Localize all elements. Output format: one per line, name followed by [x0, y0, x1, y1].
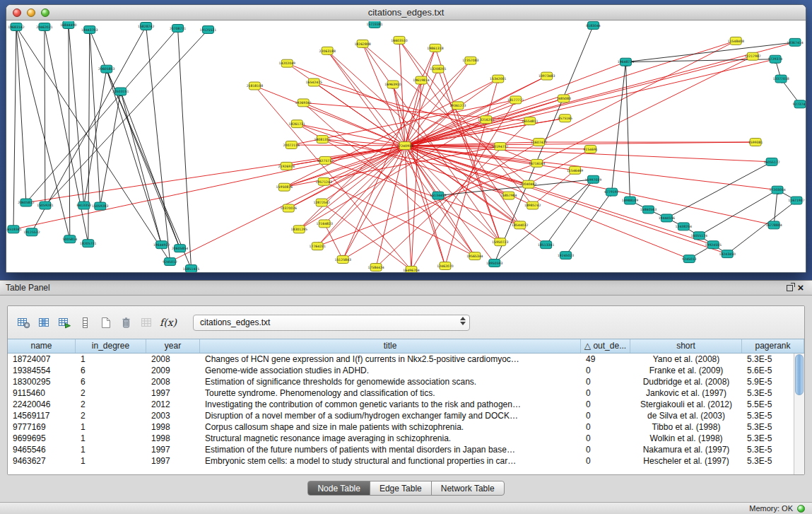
svg-text:9245013: 9245013 — [682, 257, 697, 261]
svg-text:20708731: 20708731 — [170, 27, 186, 30]
svg-text:18243450: 18243450 — [719, 252, 736, 256]
svg-text:15125843: 15125843 — [334, 258, 351, 262]
cell-name: 14569117 — [8, 410, 76, 421]
cell-title: Embryonic stem cells: a model to study s… — [200, 455, 581, 467]
cell-out_degree: 0 — [581, 433, 630, 444]
minimize-button[interactable] — [27, 8, 35, 17]
svg-text:6779197: 6779197 — [604, 190, 619, 194]
table-row[interactable]: 969969511998Structural magnetic resonanc… — [8, 433, 804, 444]
rename-column-icon[interactable] — [139, 315, 153, 330]
svg-text:7485083: 7485083 — [556, 97, 571, 100]
svg-text:19861318: 19861318 — [427, 47, 443, 50]
table-panel-header: Table Panel × — [0, 280, 812, 296]
network-table-select-value: citations_edges.txt — [200, 317, 270, 327]
svg-text:15950723: 15950723 — [492, 240, 508, 244]
cell-name: 18300295 — [8, 376, 76, 387]
svg-text:9575165: 9575165 — [558, 117, 572, 120]
cell-out_degree: 0 — [581, 444, 630, 455]
row-height-icon[interactable] — [78, 315, 92, 330]
svg-text:22040462: 22040462 — [520, 182, 536, 186]
svg-text:13216251: 13216251 — [478, 118, 494, 122]
zoom-button[interactable] — [41, 8, 49, 17]
table-row[interactable]: 1938455462009Genome-wide association stu… — [8, 365, 804, 376]
cell-title: Estimation of significance thresholds fo… — [200, 376, 581, 387]
cell-title: Genome-wide association studies in ADHD. — [200, 365, 581, 376]
table-row[interactable]: 946362711997Embryonic stem cells: a mode… — [8, 455, 804, 467]
network-window-titlebar[interactable]: citations_edges.txt — [6, 5, 806, 21]
svg-text:16963910: 16963910 — [384, 83, 401, 86]
network-view[interactable]: 1968314220462021168444901844370315828742… — [6, 21, 806, 272]
column-header-name[interactable]: name — [8, 339, 76, 353]
new-column-icon[interactable] — [98, 315, 112, 330]
svg-text:15828742: 15828742 — [138, 25, 154, 28]
table-row[interactable]: 1830029562008Estimation of significance … — [8, 376, 804, 387]
table-row[interactable]: 2242004622012Investigating the contribut… — [8, 399, 804, 410]
svg-text:18443703: 18443703 — [81, 28, 98, 32]
column-header-title[interactable]: title — [200, 339, 581, 353]
cell-title: Structural magnetic resonance image aver… — [200, 433, 581, 444]
svg-text:9245012: 9245012 — [163, 260, 177, 264]
cell-in_degree: 2 — [76, 399, 146, 410]
cell-short: Stergiakouli et al. (2012) — [630, 399, 742, 410]
svg-text:16542475: 16542475 — [306, 81, 322, 84]
svg-text:16603510: 16603510 — [391, 39, 407, 42]
tab-node-table[interactable]: Node Table — [307, 481, 370, 496]
cell-out_degree: 0 — [581, 410, 630, 421]
svg-text:16518341: 16518341 — [6, 228, 22, 231]
window-controls — [13, 8, 49, 17]
svg-text:16055177: 16055177 — [763, 160, 779, 164]
table-row[interactable]: 946554611997Estimation of the future num… — [8, 444, 804, 455]
column-header-out_degree[interactable]: △ out_de... — [581, 339, 630, 353]
scrollbar-thumb[interactable] — [795, 354, 804, 395]
svg-text:12438254: 12438254 — [676, 225, 692, 228]
svg-text:19648724: 19648724 — [618, 60, 634, 64]
table-panel: f(x) citations_edges.txt namein_degreeye… — [0, 296, 812, 502]
cell-in_degree: 1 — [76, 455, 146, 467]
close-panel-icon[interactable]: × — [795, 282, 806, 293]
table-row[interactable]: 977716911998Corpus callosum shape and si… — [8, 421, 804, 433]
table-row[interactable]: 911546021997Tourette syndrome. Phenomeno… — [8, 387, 804, 399]
table-row[interactable]: 1456911722003Disruption of a novel membe… — [8, 410, 804, 421]
svg-text:17764231: 17764231 — [310, 245, 326, 248]
cell-short: Wolkin et al. (1998) — [630, 433, 742, 444]
cell-in_degree: 2 — [76, 410, 146, 421]
cell-year: 1997 — [146, 387, 200, 399]
svg-text:21926974: 21926974 — [278, 165, 295, 168]
vertical-scrollbar[interactable] — [794, 354, 804, 474]
cell-year: 2008 — [146, 376, 200, 387]
svg-text:12872542: 12872542 — [314, 201, 330, 204]
tab-network-table[interactable]: Network Table — [431, 481, 505, 496]
svg-text:10194737: 10194737 — [492, 145, 508, 148]
cell-name: 9777169 — [8, 421, 76, 433]
import-table-icon[interactable] — [57, 315, 71, 330]
citation-network-graph[interactable]: 1968314220462021168444901844370315828742… — [6, 21, 806, 272]
svg-text:21818108: 21818108 — [247, 84, 263, 88]
close-button[interactable] — [13, 8, 21, 17]
table-mode-icon[interactable] — [16, 315, 30, 330]
svg-text:18513341: 18513341 — [538, 243, 554, 247]
table-row[interactable]: 1872400712008Changes of HCN gene express… — [8, 354, 804, 365]
tab-edge-table[interactable]: Edge Table — [370, 481, 432, 496]
show-columns-icon[interactable] — [37, 315, 51, 330]
svg-text:8413353: 8413353 — [77, 204, 92, 207]
svg-text:19361273: 19361273 — [449, 104, 466, 107]
delete-column-icon[interactable] — [119, 315, 133, 330]
svg-text:19245023: 19245023 — [558, 254, 574, 257]
svg-text:9273741: 9273741 — [793, 103, 806, 106]
network-table-select[interactable]: citations_edges.txt — [193, 315, 470, 331]
cell-in_degree: 1 — [76, 444, 146, 455]
float-panel-icon[interactable] — [784, 282, 795, 293]
column-header-year[interactable]: year — [146, 339, 200, 353]
svg-text:19125532: 19125532 — [23, 230, 40, 234]
column-header-in_degree[interactable]: in_degree — [76, 339, 146, 353]
column-header-pagerank[interactable]: pagerank — [742, 339, 804, 353]
svg-text:16716164: 16716164 — [529, 162, 545, 165]
memory-status-label: Memory: OK — [749, 504, 793, 513]
svg-text:20072116: 20072116 — [283, 144, 300, 147]
svg-text:18081351: 18081351 — [314, 138, 331, 141]
function-builder-icon[interactable]: f(x) — [160, 315, 177, 330]
svg-text:15857984: 15857984 — [500, 194, 517, 197]
column-header-short[interactable]: short — [630, 339, 742, 353]
svg-text:18301295: 18301295 — [291, 228, 307, 231]
svg-text:14275712: 14275712 — [317, 159, 334, 163]
